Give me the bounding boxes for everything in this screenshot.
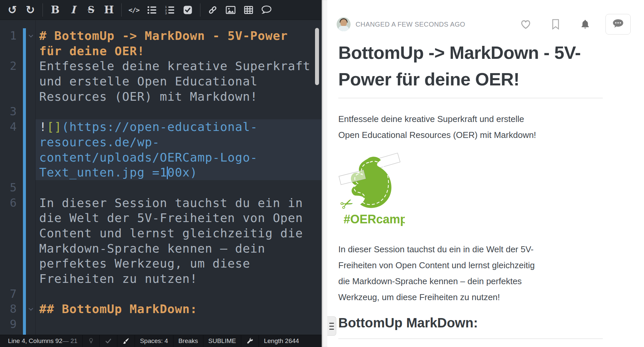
undo-icon: ↺: [8, 4, 17, 15]
editor-scrollbar[interactable]: [315, 28, 319, 85]
editor-line-row[interactable]: die Welt der 5V-Freiheiten von Open: [0, 210, 322, 226]
status-bar: Line 4, Columns 92 — 21Spaces: 4BreaksSU…: [0, 335, 322, 347]
list-ol-icon: 123: [165, 5, 175, 15]
code-button[interactable]: </>: [125, 0, 143, 20]
toolbar-separator: [121, 3, 122, 17]
heading2-divider: [338, 338, 603, 339]
editor-line-row[interactable]: und erstelle Open Educational: [0, 74, 322, 89]
line-number: 6: [0, 195, 17, 211]
editor-line-row[interactable]: 3: [0, 104, 322, 119]
code-editor[interactable]: 1# BottomUp -> MarkDown - 5V-Powerfür de…: [0, 20, 322, 335]
pane-divider[interactable]: [322, 0, 327, 347]
check-icon: [105, 337, 112, 345]
paragraph-line: Open Educational Resources (OER) mit Mar…: [338, 127, 603, 143]
line-number: 2: [0, 58, 17, 74]
table-icon: [244, 5, 254, 15]
editor-pane: ↺↻BISH</>123 1# BottomUp -> MarkDown - 5…: [0, 0, 322, 347]
checkbox-icon: [183, 5, 193, 15]
rendered-document: BottomUp -> MarkDown - 5V-Power für dein…: [338, 0, 603, 339]
editor-toolbar: ↺↻BISH</>123: [0, 0, 322, 20]
editor-line-row[interactable]: content/uploads/OERCamp-Logo-: [0, 150, 322, 165]
link-icon: [208, 5, 218, 15]
comment-icon: [261, 5, 272, 15]
editor-line-row[interactable]: 8## BottomUp MarkDown:: [0, 301, 322, 317]
editor-line-row[interactable]: 9: [0, 317, 322, 332]
paragraph-line: Entfessele deine kreative Superkraft und…: [338, 111, 603, 127]
list-ul-button[interactable]: [143, 0, 161, 20]
redo-icon: ↻: [26, 4, 35, 15]
brush-icon: [122, 337, 130, 345]
bold-button[interactable]: B: [46, 0, 64, 20]
statusbar-segment[interactable]: [99, 335, 117, 347]
code-icon: </>: [128, 6, 139, 14]
comments-button[interactable]: [605, 14, 631, 35]
undo-button[interactable]: ↺: [3, 0, 21, 20]
scissors-icon: ✂: [338, 193, 356, 214]
editor-line-row[interactable]: 7: [0, 287, 322, 302]
statusbar-segment[interactable]: Breaks: [173, 335, 203, 347]
toolbar-separator: [200, 3, 200, 17]
italic-icon: I: [71, 5, 76, 15]
line-number: 3: [0, 104, 17, 119]
statusbar-segment: Length 2644: [259, 335, 304, 347]
checkbox-button[interactable]: [179, 0, 197, 20]
editor-line-row[interactable]: 10**Verwahren & Vervielfältigen**: [0, 332, 322, 335]
paragraph-line: Werkzeug, um diese Freiheiten zu nutzen!: [338, 289, 603, 305]
comment-button[interactable]: [258, 0, 275, 20]
statusbar-segment[interactable]: [117, 335, 135, 347]
editor-line-row[interactable]: 4![](https://open-educational-: [0, 119, 322, 135]
image-button[interactable]: [222, 0, 240, 20]
preview-paragraph-1: Entfessele deine kreative Superkraft und…: [338, 111, 603, 143]
table-button[interactable]: [240, 0, 258, 20]
heading-button[interactable]: H: [100, 0, 118, 20]
toc-handle[interactable]: [327, 316, 336, 336]
editor-line-row[interactable]: Freiheiten zu nutzen!: [0, 271, 322, 287]
line-number: 1: [0, 28, 17, 44]
strikethrough-button[interactable]: S: [82, 0, 100, 20]
editor-line-row[interactable]: perfektes Werkzeug, um diese: [0, 256, 322, 271]
wrench-icon: [246, 337, 254, 345]
fold-chevron-icon[interactable]: [27, 305, 35, 314]
italic-button[interactable]: I: [64, 0, 82, 20]
editor-line-row[interactable]: resources.de/wp-: [0, 135, 322, 150]
editor-line-row[interactable]: 1# BottomUp -> MarkDown - 5V-Power: [0, 28, 322, 44]
list-ol-button[interactable]: 123: [161, 0, 179, 20]
editor-line-row[interactable]: 2Entfessele deine kreative Superkraft: [0, 58, 322, 74]
fold-chevron-icon[interactable]: [27, 32, 35, 41]
toolbar-separator: [43, 3, 43, 17]
editor-line-row[interactable]: für deine OER!: [0, 44, 322, 59]
line-number: 8: [0, 301, 17, 317]
preview-pane: CHANGED A FEW SECONDS AGO BottomUp -> Ma…: [327, 0, 644, 347]
line-number: 9: [0, 317, 17, 332]
editor-line-row[interactable]: Resources (OER) mit Markdown!: [0, 89, 322, 104]
oercamp-logo: ✂ #OERcamp: [338, 152, 603, 229]
paragraph-line: Freiheiten von Open Content und lernst g…: [338, 257, 603, 273]
editor-line-row[interactable]: 6In dieser Session tauchst du ein in: [0, 195, 322, 211]
editor-line-row[interactable]: Markdown-Sprache kennen – dein: [0, 241, 322, 256]
statusbar-segment[interactable]: [241, 335, 259, 347]
statusbar-segment[interactable]: Spaces: 4: [135, 335, 173, 347]
redo-button[interactable]: ↻: [21, 0, 39, 20]
line-number: 4: [0, 119, 17, 135]
strikethrough-icon: S: [88, 5, 94, 15]
preview-paragraph-2: In dieser Session tauchst du ein in die …: [338, 241, 603, 305]
editor-line-row[interactable]: 5: [0, 180, 322, 195]
app-window: ↺↻BISH</>123 1# BottomUp -> MarkDown - 5…: [0, 0, 644, 347]
line-number: 7: [0, 287, 17, 302]
paragraph-line: In dieser Session tauchst du ein in die …: [338, 241, 603, 257]
heading-icon: H: [104, 5, 114, 15]
preview-title: BottomUp -> MarkDown - 5V-Power für dein…: [338, 39, 603, 92]
editor-line-row[interactable]: Content und lernst gleichzeitig die: [0, 226, 322, 241]
editor-line-row[interactable]: Text_unten.jpg =100x): [0, 165, 322, 180]
image-icon: [225, 5, 236, 15]
statusbar-segment: Line 4, Columns 92 — 21: [0, 335, 82, 347]
paragraph-line: die Markdown-Sprache kennen – dein perfe…: [338, 273, 603, 289]
preview-heading-2: BottomUp MarkDown:: [338, 314, 603, 331]
line-number: 10: [0, 332, 17, 335]
statusbar-segment[interactable]: SUBLIME: [203, 335, 241, 347]
svg-text:3: 3: [165, 12, 167, 15]
title-divider: [338, 98, 603, 98]
comment-filled-icon: [612, 18, 624, 31]
link-button[interactable]: [204, 0, 222, 20]
statusbar-segment[interactable]: [82, 335, 99, 347]
